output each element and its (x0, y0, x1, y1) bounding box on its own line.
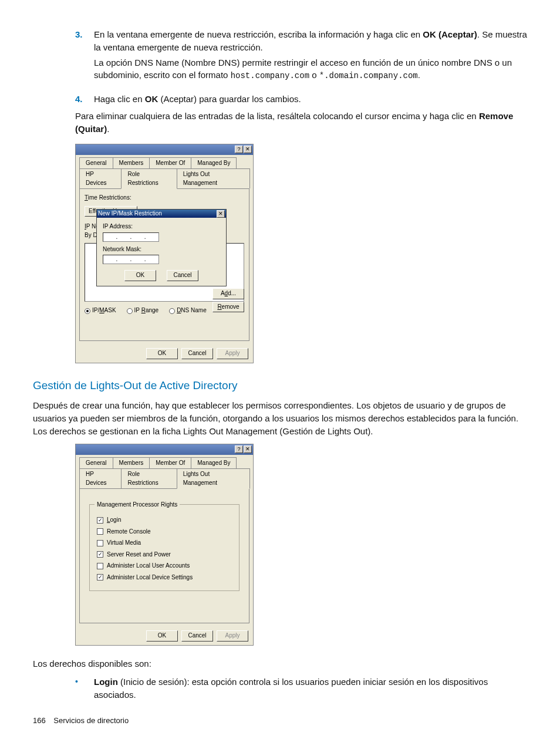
radio-iprange[interactable]: IP Range (127, 306, 159, 315)
ok-bold: OK (145, 94, 158, 104)
bullet-text: (Inicio de sesión): esta opción controla… (94, 677, 488, 700)
ok-bold: OK (Aceptar) (423, 29, 477, 39)
tab-members[interactable]: Members (113, 157, 150, 169)
step-number: 3. (75, 28, 94, 88)
step-body: Haga clic en OK (Aceptar) para guardar l… (94, 93, 527, 106)
close-icon[interactable]: ✕ (244, 445, 252, 453)
bullet-icon: • (75, 676, 94, 701)
bullet-bold: Login (94, 677, 118, 687)
popup-cancel-button[interactable]: Cancel (167, 270, 198, 281)
paragraph: La opción DNS Name (Nombre DNS) permite … (94, 56, 527, 82)
help-icon[interactable]: ? (235, 146, 243, 153)
tabs-row-2: HP Devices Role Restrictions Lights Out … (76, 468, 253, 488)
chk-admin-device[interactable]: Administer Local Device Settings (97, 573, 232, 582)
close-icon[interactable]: ✕ (217, 210, 225, 218)
rights-intro: Los derechos disponibles son: (33, 657, 527, 670)
tab-member-of[interactable]: Member Of (149, 457, 191, 469)
tab-managed-by[interactable]: Managed By (191, 157, 237, 169)
ip-address-label: IP Address: (103, 222, 220, 231)
role-restrictions-dialog: ? ✕ General Members Member Of Managed By… (75, 144, 254, 363)
chk-label: Virtual Media (107, 539, 141, 548)
remove-button[interactable]: Remove (212, 302, 244, 313)
paragraph: Para eliminar cualquiera de las entradas… (75, 110, 527, 136)
ok-button[interactable]: OK (146, 630, 178, 642)
tab-member-of[interactable]: Member Of (149, 157, 191, 169)
popup-body: IP Address: . . . Network Mask: . . . (97, 218, 226, 286)
tab-managed-by[interactable]: Managed By (191, 457, 237, 469)
page-number: 166 (33, 715, 46, 727)
tab-role-restrictions[interactable]: Role Restrictions (121, 168, 177, 189)
rights-groupbox: Management Processor Rights Login Remote… (89, 504, 239, 591)
checkbox-icon (97, 574, 103, 580)
ok-button[interactable]: OK (146, 348, 178, 359)
chk-server-reset[interactable]: Server Reset and Power (97, 551, 232, 559)
popup-ok-button[interactable]: OK (124, 270, 156, 281)
text: . (107, 124, 109, 134)
titlebar: ? ✕ (76, 444, 253, 455)
text: En la ventana emergente de nueva restric… (94, 29, 423, 39)
apply-button[interactable]: Apply (217, 630, 248, 642)
add-button[interactable]: Add... (212, 288, 244, 299)
ip-address-input[interactable]: . . . (103, 232, 159, 242)
cancel-button[interactable]: Cancel (181, 630, 213, 642)
text: o (309, 70, 319, 80)
text: (Aceptar) para guardar los cambios. (158, 94, 301, 104)
tab-hp-devices[interactable]: HP Devices (79, 168, 122, 188)
radio-dnsname[interactable]: DNS Name (169, 306, 207, 315)
tab-lights-out[interactable]: Lights Out Management (177, 468, 250, 489)
page-footer: 166 Servicios de directorio (33, 715, 527, 727)
tab-members[interactable]: Members (113, 457, 150, 469)
tab-role-restrictions[interactable]: Role Restrictions (121, 468, 177, 488)
dialog-footer: OK Cancel Apply (76, 627, 253, 645)
tabs-row-2: HP Devices Role Restrictions Lights Out … (76, 168, 253, 188)
tab-pane: Management Processor Rights Login Remote… (79, 488, 249, 623)
chk-remote-console[interactable]: Remote Console (97, 528, 232, 536)
tab-lights-out[interactable]: Lights Out Management (177, 168, 250, 188)
text: Para eliminar cualquiera de las entradas… (75, 111, 479, 121)
checkbox-icon (97, 517, 103, 524)
network-mask-input[interactable]: . . . (103, 255, 159, 264)
chk-virtual-media[interactable]: Virtual Media (97, 539, 232, 548)
bullet-list: • Login (Inicio de sesión): esta opción … (75, 676, 527, 701)
chk-label: Administer Local Device Settings (107, 573, 193, 582)
text: . (418, 70, 420, 80)
time-restrictions-label: Time Restrictions: (85, 194, 244, 202)
step-number: 4. (75, 93, 94, 106)
chk-label: Administer Local User Accounts (107, 562, 190, 571)
groupbox-title: Management Processor Rights (95, 501, 180, 509)
tab-general[interactable]: General (79, 157, 113, 169)
chk-label: Remote Console (107, 528, 150, 536)
list-buttons: Add... Remove (212, 288, 244, 312)
tabs-row-1: General Members Member Of Managed By (76, 455, 253, 469)
apply-button[interactable]: Apply (217, 348, 248, 359)
step-4: 4. Haga clic en OK (Aceptar) para guarda… (75, 93, 527, 106)
chk-admin-users[interactable]: Administer Local User Accounts (97, 562, 232, 571)
tab-hp-devices[interactable]: HP Devices (79, 468, 122, 488)
help-icon[interactable]: ? (235, 445, 243, 453)
section-heading: Gestión de Lights-Out de Active Director… (33, 377, 527, 394)
chapter-title: Servicios de directorio (53, 716, 129, 725)
popup-title: New IP/Mask Restriction (98, 210, 162, 218)
chk-label: Server Reset and Power (107, 551, 171, 559)
titlebar: ? ✕ (76, 144, 253, 155)
code: *.domain.company.com (319, 71, 418, 80)
tab-general[interactable]: General (79, 457, 113, 469)
bullet-body: Login (Inicio de sesión): esta opción co… (94, 676, 527, 701)
radio-ipmask[interactable]: IP/MASK (85, 306, 116, 315)
checkbox-icon (97, 563, 103, 569)
bullet-item: • Login (Inicio de sesión): esta opción … (75, 676, 527, 701)
dialog-footer: OK Cancel Apply (76, 345, 253, 363)
code: host.company.com (231, 71, 309, 80)
step-list: 3. En la ventana emergente de nueva rest… (75, 28, 527, 105)
radio-icon (85, 308, 90, 314)
cancel-button[interactable]: Cancel (181, 348, 213, 359)
chk-login[interactable]: Login (97, 516, 232, 525)
close-icon[interactable]: ✕ (244, 146, 252, 153)
step-body: En la ventana emergente de nueva restric… (94, 28, 527, 88)
radio-icon (127, 308, 133, 314)
checkbox-icon (97, 540, 103, 546)
section-paragraph: Después de crear una función, hay que es… (33, 399, 527, 437)
lights-out-dialog: ? ✕ General Members Member Of Managed By… (75, 444, 254, 646)
checkbox-icon (97, 551, 103, 558)
radio-icon (169, 308, 175, 314)
